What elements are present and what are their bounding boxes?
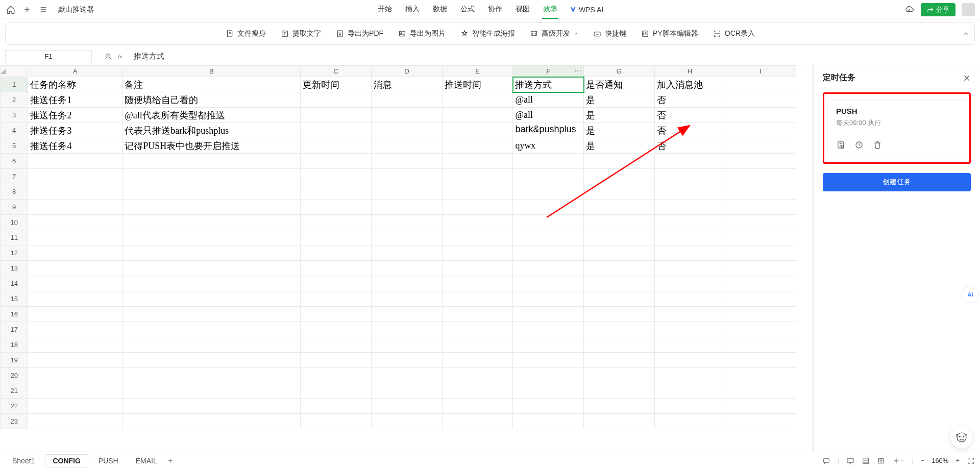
cell[interactable] (122, 307, 301, 322)
cell[interactable] (372, 230, 443, 245)
cell[interactable] (301, 337, 372, 353)
cell[interactable] (725, 276, 796, 291)
cell[interactable] (28, 215, 122, 230)
cell[interactable] (442, 200, 513, 215)
share-button[interactable]: 分享 (921, 3, 955, 16)
task-card[interactable]: PUSH 每天09:00 执行 (827, 99, 966, 157)
cell[interactable]: 记得PUSH表中也要开启推送 (122, 138, 301, 154)
col-header-C[interactable]: C (301, 66, 372, 77)
cell[interactable] (122, 414, 301, 429)
menu-formula[interactable]: 公式 (459, 1, 476, 19)
ribbon-py-editor[interactable]: PY脚本编辑器 (641, 29, 698, 38)
sheet-tab-push[interactable]: PUSH (91, 455, 126, 467)
cell[interactable] (28, 322, 122, 337)
col-header-H[interactable]: H (654, 66, 725, 77)
cell[interactable] (513, 261, 584, 276)
col-header-F[interactable]: F⋯ (513, 66, 584, 77)
cell[interactable]: 随便填给自己看的 (122, 92, 301, 108)
cell[interactable] (725, 215, 796, 230)
cell[interactable] (584, 230, 655, 245)
row-header[interactable]: 1 (1, 77, 28, 92)
cell[interactable] (372, 353, 443, 368)
cell[interactable] (442, 245, 513, 261)
cell[interactable] (442, 291, 513, 307)
cell[interactable] (513, 291, 584, 307)
cell[interactable]: 否 (654, 92, 725, 108)
cell[interactable] (372, 261, 443, 276)
cell[interactable] (372, 276, 443, 291)
cell[interactable] (122, 337, 301, 353)
cell[interactable] (372, 215, 443, 230)
row-header[interactable]: 7 (1, 169, 28, 184)
cell[interactable] (301, 138, 372, 154)
cell[interactable] (28, 245, 122, 261)
cell[interactable] (372, 322, 443, 337)
cell[interactable]: 是 (584, 108, 655, 123)
cell[interactable] (725, 230, 796, 245)
cell[interactable] (28, 200, 122, 215)
col-header-A[interactable]: A (28, 66, 122, 77)
zoom-in-btn[interactable]: + (955, 457, 960, 464)
cell[interactable] (584, 383, 655, 399)
cell[interactable]: 加入消息池 (654, 77, 725, 92)
cell[interactable] (584, 322, 655, 337)
cell[interactable] (654, 245, 725, 261)
cell[interactable] (28, 276, 122, 291)
cell[interactable]: 推送任务4 (28, 138, 122, 154)
cell[interactable] (28, 414, 122, 429)
cell[interactable] (584, 200, 655, 215)
cell[interactable] (654, 307, 725, 322)
cell[interactable]: @all代表所有类型都推送 (122, 108, 301, 123)
cell[interactable] (513, 414, 584, 429)
cell[interactable] (725, 108, 796, 123)
cell[interactable] (28, 368, 122, 383)
cell[interactable] (513, 245, 584, 261)
cell[interactable]: 是否通知 (584, 77, 655, 92)
cell[interactable] (442, 92, 513, 108)
cell[interactable] (725, 414, 796, 429)
floating-ai-button[interactable]: Ai (962, 286, 979, 303)
cell[interactable] (584, 245, 655, 261)
cell[interactable] (584, 368, 655, 383)
row-header[interactable]: 17 (1, 322, 28, 337)
cell[interactable] (301, 123, 372, 138)
cell[interactable] (372, 399, 443, 414)
cell[interactable] (442, 353, 513, 368)
cell[interactable] (442, 169, 513, 184)
zoom-out-icon[interactable] (102, 50, 115, 63)
menu-insert[interactable]: 插入 (404, 1, 421, 19)
cell[interactable]: bark&pushplus (513, 123, 584, 138)
cell[interactable]: 推送时间 (442, 77, 513, 92)
cell[interactable] (28, 383, 122, 399)
floating-assistant-icon[interactable] (950, 426, 973, 449)
cell[interactable] (28, 230, 122, 245)
cell[interactable]: 代表只推送bark和pushplus (122, 123, 301, 138)
cell[interactable] (654, 184, 725, 200)
cell[interactable] (584, 184, 655, 200)
cell[interactable] (301, 215, 372, 230)
cell[interactable] (584, 276, 655, 291)
close-icon[interactable] (963, 74, 971, 82)
cell[interactable]: 是 (584, 123, 655, 138)
cell[interactable] (122, 261, 301, 276)
cell[interactable]: @all (513, 108, 584, 123)
cell[interactable] (28, 307, 122, 322)
cell[interactable] (654, 154, 725, 169)
cell[interactable]: 推送任务3 (28, 123, 122, 138)
cell[interactable] (442, 399, 513, 414)
cell[interactable] (122, 399, 301, 414)
zoom-out-btn[interactable]: − (921, 457, 925, 464)
cell[interactable] (584, 399, 655, 414)
cell[interactable] (654, 261, 725, 276)
menu-start[interactable]: 开始 (377, 1, 393, 19)
cell[interactable] (301, 261, 372, 276)
cell[interactable] (654, 399, 725, 414)
cell[interactable] (372, 169, 443, 184)
status-grid-icon[interactable] (862, 457, 870, 465)
menu-view[interactable]: 视图 (514, 1, 531, 19)
cell[interactable] (654, 291, 725, 307)
cell[interactable] (584, 337, 655, 353)
plus-icon[interactable] (21, 4, 33, 15)
cell[interactable] (122, 230, 301, 245)
cell[interactable] (28, 291, 122, 307)
